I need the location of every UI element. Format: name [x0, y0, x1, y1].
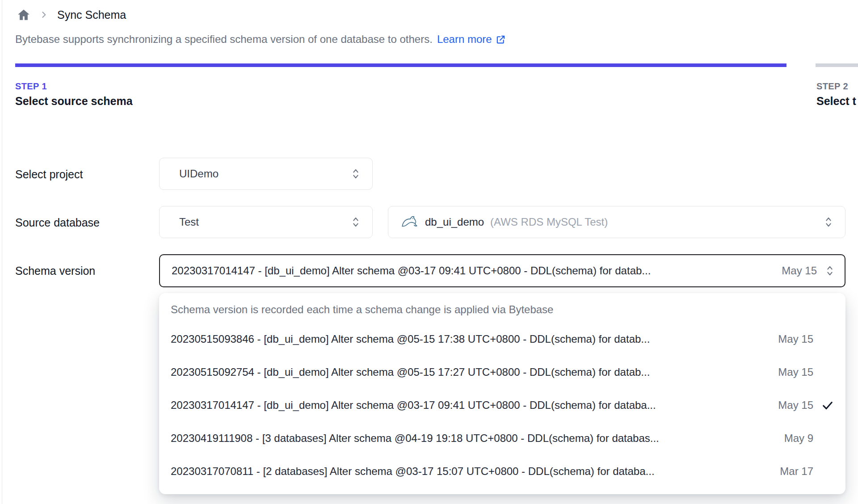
home-icon[interactable]	[17, 8, 30, 21]
option-date: May 15	[778, 366, 813, 378]
option-text: 20230515093846 - [db_ui_demo] Alter sche…	[171, 333, 767, 345]
option-date: May 15	[778, 399, 813, 412]
dropdown-note: Schema version is recorded each time a s…	[159, 297, 845, 323]
option-text: 20230419111908 - [3 databases] Alter sch…	[171, 432, 774, 445]
database-select[interactable]: db_ui_demo (AWS RDS MySQL Test)	[388, 206, 845, 238]
schema-version-option[interactable]: 20230515093846 - [db_ui_demo] Alter sche…	[159, 323, 845, 356]
mysql-icon	[400, 213, 419, 231]
intro-line: Bytebase supports synchronizing a specif…	[15, 33, 506, 46]
select-project-label: Select project	[15, 168, 83, 181]
select-arrows-icon	[824, 216, 833, 228]
schema-version-label: Schema version	[15, 265, 95, 277]
check-icon	[821, 399, 834, 412]
option-date: May 15	[778, 333, 813, 345]
option-text: 20230317014147 - [db_ui_demo] Alter sche…	[171, 399, 767, 412]
option-date: May 9	[784, 432, 813, 445]
database-name: db_ui_demo	[425, 216, 484, 228]
select-arrows-icon	[825, 265, 835, 277]
step1-progress-bar	[15, 63, 786, 67]
option-text: 20230515092754 - [db_ui_demo] Alter sche…	[171, 366, 767, 378]
page-title: Sync Schema	[57, 8, 126, 21]
project-select-value: UIDemo	[179, 168, 351, 180]
breadcrumb: Sync Schema	[17, 8, 126, 21]
option-check-slot	[813, 399, 834, 412]
option-text: 20230317070811 - [2 databases] Alter sch…	[171, 465, 769, 478]
select-arrows-icon	[351, 168, 361, 180]
schema-version-option[interactable]: 20230419111908 - [3 databases] Alter sch…	[159, 422, 845, 455]
schema-version-date: May 15	[782, 265, 817, 277]
option-date: Mar 17	[780, 465, 813, 478]
schema-version-select[interactable]: 20230317014147 - [db_ui_demo] Alter sche…	[159, 254, 845, 287]
schema-version-option-selected[interactable]: 20230317014147 - [db_ui_demo] Alter sche…	[159, 389, 845, 422]
project-select[interactable]: UIDemo	[159, 158, 373, 190]
step2-title: Select t	[816, 95, 856, 108]
learn-more-link[interactable]: Learn more	[437, 33, 506, 46]
chevron-right-icon	[39, 10, 48, 19]
source-database-label: Source database	[15, 216, 100, 229]
select-arrows-icon	[351, 216, 361, 228]
database-detail: (AWS RDS MySQL Test)	[490, 216, 817, 228]
schema-version-option[interactable]: 20230317070811 - [2 databases] Alter sch…	[159, 455, 845, 488]
content-pane-left-border	[2, 0, 2, 504]
step2-progress-bar	[816, 63, 858, 67]
environment-select[interactable]: Test	[159, 206, 373, 238]
environment-select-value: Test	[179, 216, 351, 228]
schema-version-value: 20230317014147 - [db_ui_demo] Alter sche…	[172, 265, 772, 277]
intro-text: Bytebase supports synchronizing a specif…	[15, 33, 433, 46]
schema-version-dropdown: Schema version is recorded each time a s…	[159, 293, 845, 494]
step1-label: STEP 1	[15, 81, 47, 92]
step2-label: STEP 2	[816, 81, 848, 92]
learn-more-label: Learn more	[437, 33, 492, 46]
external-link-icon	[496, 34, 506, 45]
schema-version-option[interactable]: 20230515092754 - [db_ui_demo] Alter sche…	[159, 356, 845, 389]
step1-title: Select source schema	[15, 95, 133, 108]
